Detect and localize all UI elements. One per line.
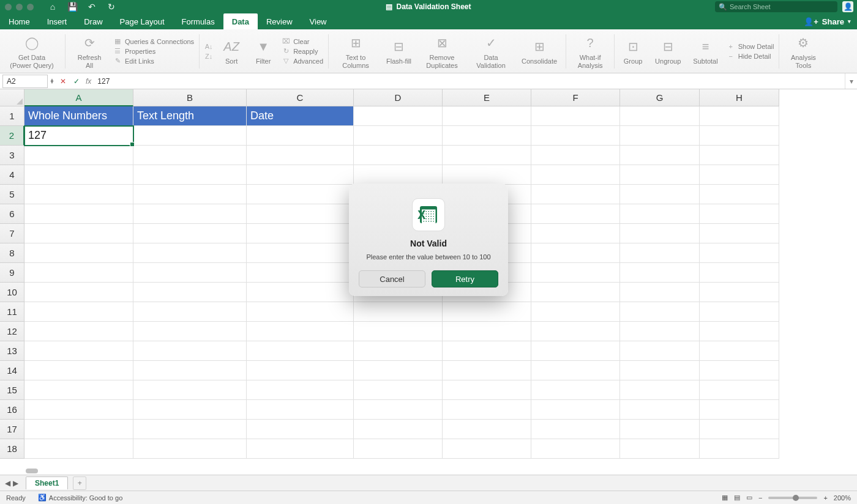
cell-E13[interactable] xyxy=(443,341,531,361)
view-page-break-icon[interactable]: ▭ xyxy=(746,494,752,502)
column-header-B[interactable]: B xyxy=(133,89,247,106)
cell-H3[interactable] xyxy=(700,146,779,165)
column-header-G[interactable]: G xyxy=(620,89,700,106)
cancel-button[interactable]: Cancel xyxy=(359,270,425,287)
cell-C15[interactable] xyxy=(247,380,354,400)
cell-B15[interactable] xyxy=(133,380,247,400)
cell-H9[interactable] xyxy=(700,263,779,283)
tab-formulas[interactable]: Formulas xyxy=(173,13,223,29)
cell-F2[interactable] xyxy=(531,126,620,146)
cell-C9[interactable] xyxy=(247,263,354,283)
cell-G13[interactable] xyxy=(620,341,700,361)
cell-C1[interactable]: Date xyxy=(247,106,354,126)
cell-B13[interactable] xyxy=(133,341,247,361)
cell-C7[interactable] xyxy=(247,224,354,243)
cell-G11[interactable] xyxy=(620,302,700,322)
row-header-4[interactable]: 4 xyxy=(0,165,24,185)
cell-G6[interactable] xyxy=(620,204,700,224)
tab-page-layout[interactable]: Page Layout xyxy=(111,13,173,29)
formula-input[interactable]: 127 xyxy=(94,77,845,86)
cell-H5[interactable] xyxy=(700,185,779,204)
cell-A7[interactable] xyxy=(24,224,133,243)
cell-A8[interactable] xyxy=(24,243,133,263)
share-button[interactable]: 👤+ Share ▾ xyxy=(804,13,851,29)
cell-H12[interactable] xyxy=(700,322,779,341)
cell-F17[interactable] xyxy=(531,420,620,439)
row-header-5[interactable]: 5 xyxy=(0,185,24,204)
cell-G12[interactable] xyxy=(620,322,700,341)
get-data-button[interactable]: ◯ Get Data (Power Query) xyxy=(4,29,60,73)
zoom-level[interactable]: 200% xyxy=(834,494,851,502)
column-header-F[interactable]: F xyxy=(531,89,620,106)
cell-B16[interactable] xyxy=(133,400,247,420)
cell-F6[interactable] xyxy=(531,204,620,224)
cell-H11[interactable] xyxy=(700,302,779,322)
cell-F14[interactable] xyxy=(531,361,620,380)
view-page-layout-icon[interactable]: ▤ xyxy=(734,494,740,502)
tab-draw[interactable]: Draw xyxy=(75,13,111,29)
cell-A15[interactable] xyxy=(24,380,133,400)
cell-A18[interactable] xyxy=(24,439,133,459)
cell-F8[interactable] xyxy=(531,243,620,263)
maximize-window-icon[interactable] xyxy=(27,4,34,10)
row-header-13[interactable]: 13 xyxy=(0,341,24,361)
cell-A16[interactable] xyxy=(24,400,133,420)
column-header-A[interactable]: A xyxy=(24,89,133,106)
group-button[interactable]: ⊡ Group xyxy=(619,29,646,73)
cell-F9[interactable] xyxy=(531,263,620,283)
cell-H8[interactable] xyxy=(700,243,779,263)
cell-F16[interactable] xyxy=(531,400,620,420)
cell-B2[interactable] xyxy=(133,126,247,146)
cell-D4[interactable] xyxy=(354,165,443,185)
hide-detail-button[interactable]: −Hide Detail xyxy=(727,52,774,61)
cell-G14[interactable] xyxy=(620,361,700,380)
row-header-14[interactable]: 14 xyxy=(0,361,24,380)
select-all-corner[interactable] xyxy=(0,89,24,106)
cell-B7[interactable] xyxy=(133,224,247,243)
cell-E3[interactable] xyxy=(443,146,531,165)
flash-fill-button[interactable]: ⊟ Flash-fill xyxy=(383,29,415,73)
cell-D11[interactable] xyxy=(354,302,443,322)
formula-bar-expand-icon[interactable]: ▾ xyxy=(845,73,857,89)
cell-G18[interactable] xyxy=(620,439,700,459)
cell-C18[interactable] xyxy=(247,439,354,459)
edit-links-button[interactable]: ✎Edit Links xyxy=(113,57,194,65)
cell-A5[interactable] xyxy=(24,185,133,204)
remove-duplicates-button[interactable]: ⊠ Remove Duplicates xyxy=(420,29,464,73)
cell-C16[interactable] xyxy=(247,400,354,420)
cell-C3[interactable] xyxy=(247,146,354,165)
cell-E14[interactable] xyxy=(443,361,531,380)
cell-A14[interactable] xyxy=(24,361,133,380)
what-if-button[interactable]: ? What-if Analysis xyxy=(571,29,609,73)
save-icon[interactable]: 💾 xyxy=(67,1,78,12)
column-header-H[interactable]: H xyxy=(700,89,779,106)
name-box[interactable]: A2 xyxy=(2,75,48,88)
cell-H1[interactable] xyxy=(700,106,779,126)
tab-review[interactable]: Review xyxy=(258,13,301,29)
cell-A3[interactable] xyxy=(24,146,133,165)
cell-A9[interactable] xyxy=(24,263,133,283)
cell-F18[interactable] xyxy=(531,439,620,459)
cell-C17[interactable] xyxy=(247,420,354,439)
ungroup-button[interactable]: ⊟ Ungroup xyxy=(651,29,684,73)
row-header-17[interactable]: 17 xyxy=(0,420,24,439)
cell-C11[interactable] xyxy=(247,302,354,322)
cell-F5[interactable] xyxy=(531,185,620,204)
cell-F1[interactable] xyxy=(531,106,620,126)
cell-A17[interactable] xyxy=(24,420,133,439)
refresh-all-button[interactable]: ⟳ Refresh All xyxy=(70,29,108,73)
sheet-prev-icon[interactable]: ◀ xyxy=(5,479,10,487)
cell-G15[interactable] xyxy=(620,380,700,400)
cell-H10[interactable] xyxy=(700,283,779,302)
sheet-tab-active[interactable]: Sheet1 xyxy=(26,476,68,489)
cell-C8[interactable] xyxy=(247,243,354,263)
cell-E12[interactable] xyxy=(443,322,531,341)
cell-C14[interactable] xyxy=(247,361,354,380)
show-detail-button[interactable]: +Show Detail xyxy=(727,42,774,51)
cell-C10[interactable] xyxy=(247,283,354,302)
cell-A13[interactable] xyxy=(24,341,133,361)
row-header-3[interactable]: 3 xyxy=(0,146,24,165)
zoom-out-icon[interactable]: − xyxy=(758,494,762,502)
cell-H2[interactable] xyxy=(700,126,779,146)
cell-H14[interactable] xyxy=(700,361,779,380)
